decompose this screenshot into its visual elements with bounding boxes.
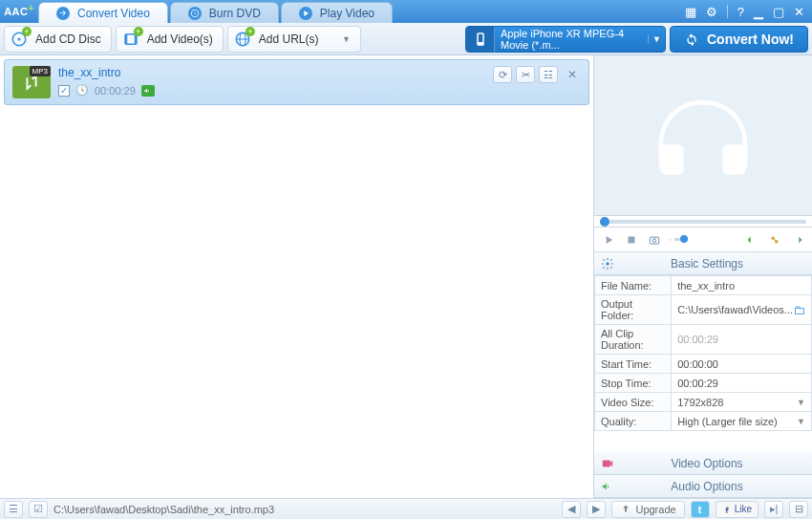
tab-play-video[interactable]: Play Video (281, 2, 393, 23)
twitter-button[interactable]: t (691, 501, 710, 518)
row-start-time: Start Time: 00:00:00 (595, 355, 812, 374)
folder-icon[interactable]: 🗀 (793, 303, 805, 317)
titlebar: AAC Convert Video Burn DVD Play Video ▦ … (0, 0, 812, 23)
device-icon (466, 27, 495, 52)
convert-now-button[interactable]: Convert Now! (670, 26, 808, 53)
button-label: Add Video(s) (147, 32, 213, 46)
label: Output Folder: (595, 295, 672, 325)
clip-duration-value: 00:00:29 (672, 325, 812, 355)
basic-settings-header[interactable]: Basic Settings (594, 252, 812, 275)
cut-item-button[interactable]: ✂ (516, 66, 535, 83)
remove-item-button[interactable]: ✕ (564, 66, 581, 83)
tab-burn-dvd[interactable]: Burn DVD (170, 2, 279, 23)
button-label: Add CD Disc (35, 32, 101, 46)
facebook-like-button[interactable]: Like (716, 501, 759, 518)
main-area: MP3 the_xx_intro ✓ 🕓 00:00:29 ⟳ ✂ ☷ ✕ (0, 55, 812, 498)
disc-icon: + (9, 29, 30, 50)
options-item-button[interactable]: ☷ (539, 66, 558, 83)
svg-point-16 (652, 238, 656, 242)
app-logo: AAC (0, 0, 38, 23)
plus-badge-icon: + (246, 27, 255, 36)
seek-knob[interactable] (600, 217, 609, 227)
row-video-size: Video Size: 1792x828▼ (595, 393, 812, 412)
check-all-button[interactable]: ☑ (29, 501, 48, 518)
output-profile-selector[interactable]: Apple iPhone XR MPEG-4 Movie (*.m... ▼ (465, 26, 666, 53)
minimize-icon[interactable]: ▁ (754, 5, 763, 19)
audio-options-header[interactable]: Audio Options (594, 475, 812, 498)
file-name-field[interactable]: the_xx_intro (672, 276, 812, 295)
help-icon[interactable]: ? (737, 5, 744, 19)
toggle-list-button[interactable]: ☰ (4, 501, 23, 518)
mark-out-button[interactable] (789, 231, 806, 249)
toolbar: + Add CD Disc + Add Video(s) + Add URL(s… (0, 23, 812, 55)
add-videos-button[interactable]: + Add Video(s) (116, 26, 224, 53)
maximize-icon[interactable]: ▢ (773, 5, 784, 19)
film-icon: + (120, 29, 141, 50)
separator (727, 5, 728, 18)
label: File Name: (595, 276, 672, 295)
row-quality: Quality: High (Larger file size)▼ (595, 412, 812, 431)
next-file-button[interactable]: ▶ (587, 501, 606, 518)
like-label: Like (735, 504, 752, 514)
clock-icon: 🕓 (75, 84, 89, 97)
preview-pane (594, 55, 812, 216)
file-list-panel: MP3 the_xx_intro ✓ 🕓 00:00:29 ⟳ ✂ ☷ ✕ (0, 55, 594, 498)
video-options-header[interactable]: Video Options (594, 452, 812, 475)
main-tabs: Convert Video Burn DVD Play Video (38, 0, 677, 23)
svg-rect-14 (629, 236, 635, 243)
plus-badge-icon: + (134, 27, 143, 36)
row-all-clip-duration: All Clip Duration: 00:00:29 (595, 325, 812, 355)
svg-point-1 (194, 12, 196, 14)
add-cd-disc-button[interactable]: + Add CD Disc (4, 26, 112, 53)
checkbox[interactable]: ✓ (58, 85, 70, 97)
svg-rect-12 (660, 144, 683, 175)
refresh-item-button[interactable]: ⟳ (493, 66, 512, 83)
video-size-select[interactable]: 1792x828▼ (672, 393, 812, 412)
tab-label: Play Video (320, 7, 374, 20)
tab-label: Burn DVD (209, 7, 261, 20)
snapshot-button[interactable] (646, 231, 663, 249)
quality-select[interactable]: High (Larger file size)▼ (672, 412, 812, 431)
mark-in-button[interactable] (743, 231, 760, 249)
section-title: Video Options (608, 457, 806, 470)
stop-time-field[interactable]: 00:00:29 (672, 374, 812, 393)
file-name-label: the_xx_intro (58, 66, 155, 79)
chevron-down-icon[interactable]: ▼ (648, 34, 665, 44)
chevron-down-icon[interactable]: ▼ (342, 34, 351, 44)
chevron-down-icon[interactable]: ▼ (797, 417, 805, 426)
prev-file-button[interactable]: ◀ (562, 501, 581, 518)
file-meta: ✓ 🕓 00:00:29 (58, 84, 155, 97)
volume-control[interactable] (669, 231, 686, 249)
volume-track[interactable] (674, 238, 686, 241)
upgrade-button[interactable]: Upgrade (611, 501, 684, 518)
basic-settings-table: File Name: the_xx_intro Output Folder: C… (594, 275, 812, 431)
tab-convert-video[interactable]: Convert Video (38, 2, 168, 23)
file-item[interactable]: MP3 the_xx_intro ✓ 🕓 00:00:29 ⟳ ✂ ☷ ✕ (4, 59, 589, 105)
settings-pane-icon[interactable]: ▦ (685, 5, 696, 19)
add-urls-button[interactable]: + Add URL(s) ▼ (227, 26, 361, 53)
volume-knob[interactable] (680, 235, 688, 243)
gear-icon[interactable]: ⚙ (706, 5, 717, 19)
playback-controls (594, 227, 812, 252)
row-file-name: File Name: the_xx_intro (595, 276, 812, 295)
collapse-right-button[interactable]: ▸| (764, 501, 783, 518)
link-button[interactable] (766, 231, 783, 249)
file-thumbnail: MP3 (12, 66, 51, 98)
disc-icon (188, 7, 202, 20)
file-info: the_xx_intro ✓ 🕓 00:00:29 (58, 66, 155, 98)
play-button[interactable] (600, 231, 617, 249)
duration-label: 00:00:29 (95, 85, 136, 97)
label: Quality: (595, 412, 672, 431)
start-time-field[interactable]: 00:00:00 (672, 355, 812, 374)
format-badge: MP3 (30, 66, 51, 76)
output-folder-field[interactable]: C:\Users\fawad\Videos...🗀 (672, 295, 812, 325)
section-title: Basic Settings (608, 257, 806, 270)
stop-button[interactable] (623, 231, 640, 249)
seek-bar[interactable] (594, 216, 812, 227)
chevron-down-icon[interactable]: ▼ (797, 398, 805, 407)
upgrade-label: Upgrade (635, 504, 675, 515)
refresh-icon (684, 32, 699, 47)
layout-toggle-button[interactable]: ⊟ (789, 501, 808, 518)
close-icon[interactable]: ✕ (794, 5, 804, 19)
tab-label: Convert Video (77, 7, 150, 20)
